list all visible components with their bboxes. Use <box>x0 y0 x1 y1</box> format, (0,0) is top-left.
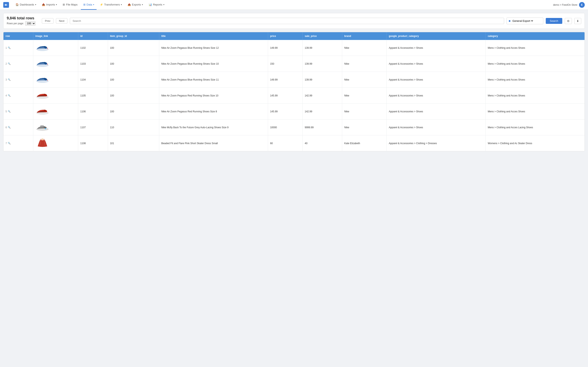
cell-sale-price: 139.99 <box>303 40 342 56</box>
zoom-icon[interactable]: 🔍 <box>8 110 11 113</box>
prev-button[interactable]: Prev <box>42 18 53 24</box>
zoom-icon[interactable]: 🔍 <box>8 142 11 145</box>
cell-category: Mens > Clothing and Acces Lacing Shoes <box>485 119 585 135</box>
col-header-title[interactable]: title <box>159 32 268 40</box>
nav-right: demo > FeedOn Store E <box>553 2 585 8</box>
cell-id: 1108 <box>78 135 108 151</box>
svg-point-3 <box>37 49 48 51</box>
avatar[interactable]: E <box>579 2 585 8</box>
svg-point-9 <box>38 63 39 63</box>
reports-icon: 📊 <box>149 3 152 6</box>
table-row: 5 🔍 1106 100 Nike Air Zoom Pegasus Red R… <box>3 104 585 119</box>
search-button[interactable]: Search <box>546 18 562 24</box>
zoom-icon[interactable]: 🔍 <box>8 126 11 129</box>
cell-id: 1103 <box>78 56 108 72</box>
col-header-group[interactable]: item_group_id <box>108 32 159 40</box>
zoom-icon[interactable]: 🔍 <box>8 62 11 65</box>
main-content: 9,846 total rows Rows per page: 100 50 2… <box>0 10 588 155</box>
rows-per-page-select[interactable]: 100 50 25 <box>25 21 35 26</box>
caret-icon: ▾ <box>163 3 164 6</box>
next-button[interactable]: Next <box>56 18 68 24</box>
cell-row-num: 5 🔍 <box>3 104 33 119</box>
home-icon: 🏠 <box>16 3 19 6</box>
zoom-icon[interactable]: 🔍 <box>8 94 11 97</box>
col-header-category[interactable]: category <box>485 32 585 40</box>
svg-point-4 <box>38 47 39 47</box>
data-icon: ⊞ <box>83 3 86 6</box>
cell-sale-price: 9999.99 <box>303 119 342 135</box>
export-dropdown-wrapper[interactable]: General Export <box>507 17 543 24</box>
data-table: row image_link id item_group_id title pr… <box>3 32 585 151</box>
svg-rect-29 <box>40 125 44 126</box>
cell-id: 1104 <box>78 72 108 88</box>
svg-point-21 <box>41 94 42 94</box>
transformers-icon: ⚡ <box>100 3 103 6</box>
cell-group: 101 <box>108 135 159 151</box>
cell-id: 1105 <box>78 88 108 104</box>
zoom-icon[interactable]: 🔍 <box>8 47 11 49</box>
cell-row-num: 1 🔍 <box>3 40 33 56</box>
nav-dashboards[interactable]: 🏠 Dashboards ▾ <box>13 0 39 10</box>
col-header-gpc[interactable]: google_product_category <box>387 32 486 40</box>
settings-button[interactable]: ⚙ <box>565 18 572 24</box>
cell-image <box>33 135 78 151</box>
cell-row-num: 2 🔍 <box>3 56 33 72</box>
filemaps-icon: ⊞ <box>63 3 65 6</box>
col-header-sale[interactable]: sale_price <box>303 32 342 40</box>
search-input[interactable] <box>70 18 504 24</box>
cell-title: Nike Air Zoom Pegasus Red Running Shoes … <box>159 88 268 104</box>
download-button[interactable]: ⬇ <box>574 18 581 24</box>
cell-group: 100 <box>108 104 159 119</box>
row-info: 9,846 total rows Rows per page: 100 50 2… <box>7 16 39 26</box>
caret-icon: ▾ <box>93 3 94 6</box>
cell-title: Beaded Fit and Flare Pink Short Skater D… <box>159 135 268 151</box>
brand-logo[interactable] <box>3 2 9 8</box>
nav-transformers[interactable]: ⚡ Transformers ▾ <box>97 0 124 10</box>
svg-point-16 <box>41 78 42 78</box>
nav-reports[interactable]: 📊 Reports ▾ <box>146 0 167 10</box>
cell-category: Mens > Clothing and Acces Shoes <box>485 88 585 104</box>
navbar: 🏠 Dashboards ▾ 📥 Imports ▾ ⊞ File Maps ⊞… <box>0 0 588 10</box>
download-icon: ⬇ <box>577 19 579 23</box>
svg-point-26 <box>41 110 42 110</box>
nav-exports[interactable]: 📤 Exports ▾ <box>125 0 145 10</box>
col-header-row[interactable]: row <box>3 32 33 40</box>
svg-point-8 <box>37 64 48 67</box>
cell-row-num: 3 🔍 <box>3 72 33 88</box>
total-rows: 9,846 total rows <box>7 16 39 20</box>
cell-gpc: Apparel & Accessories > Shoes <box>387 56 486 72</box>
cell-price: 149.99 <box>268 40 303 56</box>
cell-brand: Nike <box>342 88 387 104</box>
cell-gpc: Apparel & Accessories > Clothing > Dress… <box>387 135 486 151</box>
svg-point-23 <box>37 112 48 114</box>
nav-imports[interactable]: 📥 Imports ▾ <box>39 0 60 10</box>
cell-price: 145.99 <box>268 104 303 119</box>
svg-point-5 <box>40 46 40 47</box>
zoom-icon[interactable]: 🔍 <box>8 78 11 81</box>
table-row: 4 🔍 1105 100 Nike Air Zoom Pegasus Red R… <box>3 88 585 104</box>
cell-brand: Nike <box>342 40 387 56</box>
cell-image <box>33 72 78 88</box>
nav-data[interactable]: ⊞ Data ▾ <box>81 0 96 10</box>
col-header-brand[interactable]: brand <box>342 32 387 40</box>
cell-image <box>33 56 78 72</box>
export-select[interactable]: General Export <box>512 19 534 23</box>
col-header-id[interactable]: id <box>78 32 108 40</box>
cell-sale-price: 139.99 <box>303 56 342 72</box>
exports-icon: 📤 <box>128 3 131 6</box>
svg-marker-1 <box>6 4 7 6</box>
svg-point-20 <box>40 94 40 95</box>
cell-brand: Nike <box>342 56 387 72</box>
table-row: 7 🔍 1108 101 Beaded Fit and Flare Pink S… <box>3 135 585 151</box>
col-header-price[interactable]: price <box>268 32 303 40</box>
cell-group: 110 <box>108 119 159 135</box>
cell-gpc: Apparel & Accessories > Shoes <box>387 88 486 104</box>
cell-price: 149.99 <box>268 72 303 88</box>
cell-category: Mens > Clothing and Acces Shoes <box>485 104 585 119</box>
nav-file-maps[interactable]: ⊞ File Maps <box>60 0 80 10</box>
cell-id: 1106 <box>78 104 108 119</box>
table-row: 6 🔍 1107 110 Nike Mcfly Back To the Futu… <box>3 119 585 135</box>
cell-category: Mens > Clothing and Acces Shoes <box>485 40 585 56</box>
svg-point-14 <box>38 78 39 79</box>
col-header-image[interactable]: image_link <box>33 32 78 40</box>
